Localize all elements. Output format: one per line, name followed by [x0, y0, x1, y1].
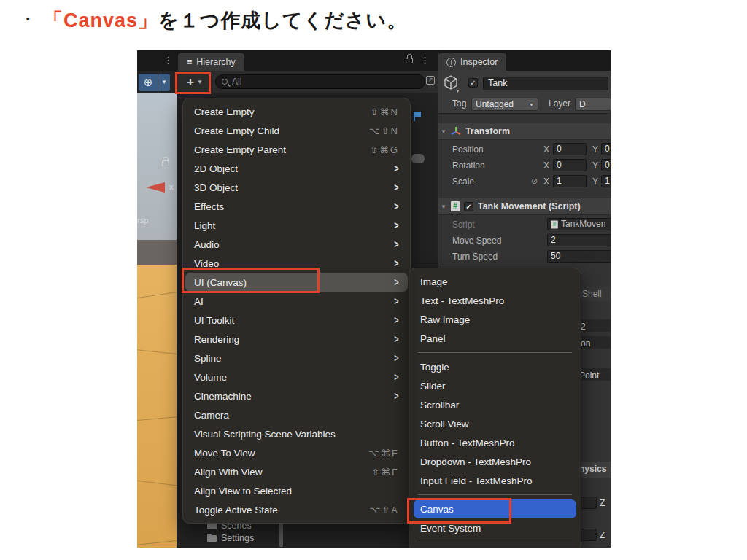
component-checkbox[interactable]: ✓ [464, 202, 473, 211]
menu-item-camera[interactable]: Camera [183, 405, 410, 424]
hierarchy-list-icon: ≡ [187, 57, 192, 67]
scene-gizmo-button[interactable]: ⊕ [139, 74, 158, 91]
value-y-field[interactable]: 0 [601, 143, 611, 155]
menu-item-effects[interactable]: Effects> [183, 197, 410, 216]
menu-item-toggle[interactable]: Toggle [409, 357, 581, 376]
menu-item-label: Effects [194, 201, 394, 212]
menu-item-create-empty-child[interactable]: Create Empty Child⌥⇧N [183, 121, 410, 140]
menu-item-label: AI [194, 296, 394, 307]
transform-axis-icon [451, 126, 461, 136]
chevron-down-icon[interactable]: ▼ [455, 88, 460, 93]
menu-item-volume[interactable]: Volume> [183, 368, 410, 386]
transform-row-position: PositionX0Y0 [438, 143, 611, 158]
script-component-header[interactable]: ▼ # ✓ Tank Movement (Script) [438, 198, 611, 215]
menu-separator [418, 494, 572, 495]
transform-header[interactable]: ▼ Transform [438, 122, 611, 140]
menu-item-create-empty-parent[interactable]: Create Empty Parent⇧⌘G [183, 140, 410, 159]
menu-item-rendering[interactable]: Rendering> [183, 330, 410, 349]
menu-item-spline[interactable]: Spline> [183, 349, 410, 368]
menu-item-align-with-view[interactable]: Align With View⇧⌘F [183, 462, 410, 481]
popout-icon[interactable]: ↗ [426, 76, 435, 85]
menu-item-raw-image[interactable]: Raw Image [409, 310, 581, 329]
transform-row-rotation: RotationX0Y0 [438, 159, 611, 174]
menu-item-3d-object[interactable]: 3D Object> [183, 178, 410, 197]
submenu-arrow-icon: > [394, 219, 398, 232]
axis-x-label: X [543, 144, 549, 155]
value-x-field[interactable]: 0 [553, 143, 587, 155]
menu-item-text-textmeshpro[interactable]: Text - TextMeshPro [409, 291, 581, 310]
menu-item-cinemachine[interactable]: Cinemachine> [183, 386, 410, 405]
scene-view[interactable]: x rsp [137, 93, 177, 548]
menu-item-scrollbar[interactable]: Scrollbar [409, 395, 581, 414]
prop-label: Turn Speed [452, 252, 498, 262]
menu-item-label: Align View to Selected [194, 486, 399, 497]
annotation-rect-add-button [175, 72, 211, 94]
prop-label: Scale [452, 176, 474, 187]
menu-item-2d-object[interactable]: 2D Object> [183, 159, 410, 178]
search-icon [222, 79, 228, 85]
value-y-field[interactable]: 0 [601, 159, 611, 171]
scene-horizon [137, 240, 177, 265]
lock-icon[interactable] [406, 58, 413, 63]
prop-value-field[interactable]: #TankMoven [547, 218, 611, 230]
active-checkbox[interactable]: ✓ [468, 78, 478, 88]
menu-item-ui-toolkit[interactable]: UI Toolkit> [183, 311, 410, 330]
prop-value: TankMoven [561, 219, 605, 230]
folder-icon [207, 535, 217, 542]
menu-item-scroll-view[interactable]: Scroll View [409, 414, 581, 433]
scene-gizmo-dropdown[interactable]: ▼ [158, 74, 170, 91]
more-options-icon[interactable]: ⋮ [163, 55, 173, 66]
menu-item-button-textmeshpro[interactable]: Button - TextMeshPro [409, 433, 581, 452]
menu-item-label: Spline [194, 353, 394, 364]
menu-item-dropdown-textmeshpro[interactable]: Dropdown - TextMeshPro [409, 452, 581, 471]
value-y-field[interactable]: 1 [601, 175, 611, 187]
menu-item-visual-scripting-scene-variables[interactable]: Visual Scripting Scene Variables [183, 424, 410, 443]
tag-dropdown[interactable]: Untagged ▼ [471, 98, 538, 111]
menu-item-align-view-to-selected[interactable]: Align View to Selected [183, 481, 410, 500]
more-options-icon[interactable]: ⋮ [420, 55, 430, 66]
transform-title: Transform [465, 126, 510, 136]
menu-item-create-empty[interactable]: Create Empty⇧⌘N [183, 102, 410, 121]
menu-item-toggle-active-state[interactable]: Toggle Active State⌥⇧A [183, 500, 410, 519]
menu-item-shortcut: ⇧⌘F [371, 467, 399, 478]
move-tool-x-arrow-icon[interactable] [146, 182, 165, 192]
menu-item-slider[interactable]: Slider [409, 376, 581, 395]
submenu-arrow-icon: > [394, 238, 398, 251]
annotation-rect-canvas [407, 498, 511, 524]
value-x-field[interactable]: 1 [553, 175, 587, 187]
menu-item-image[interactable]: Image [409, 272, 581, 291]
menu-item-move-to-view[interactable]: Move To View⌥⌘F [183, 443, 410, 462]
lock-icon [162, 160, 169, 166]
menu-item-label: Dropdown - TextMeshPro [420, 456, 570, 467]
hierarchy-search-input[interactable]: All [215, 74, 425, 89]
prop-label: Script [452, 219, 475, 230]
menu-item-light[interactable]: Light> [183, 216, 410, 235]
object-name-field[interactable]: Tank [483, 77, 608, 90]
link-broken-icon[interactable]: ⊘ [531, 177, 539, 185]
menu-item-shortcut: ⇧⌘G [370, 144, 399, 155]
scrollbar[interactable] [279, 522, 283, 547]
script-row-script: Script#TankMoven [438, 218, 611, 233]
folder-item-settings[interactable]: Settings [207, 533, 254, 543]
layer-dropdown[interactable]: D [575, 98, 611, 111]
layer-value: D [579, 99, 586, 109]
tab-hierarchy[interactable]: ≡ Hierarchy [178, 53, 244, 71]
menu-item-label: Create Empty Parent [194, 144, 370, 155]
menu-item-panel[interactable]: Panel [409, 329, 581, 348]
menu-item-label: Align With View [194, 467, 371, 478]
scrollbar-thumb[interactable] [411, 154, 425, 163]
menu-item-input-field-textmeshpro[interactable]: Input Field - TextMeshPro [409, 471, 581, 490]
menu-item-label: Light [194, 220, 394, 231]
search-placeholder: All [232, 77, 241, 87]
tab-inspector[interactable]: i Inspector [438, 53, 506, 71]
submenu-arrow-icon: > [394, 370, 398, 384]
value-x-field[interactable]: 0 [553, 159, 587, 171]
prop-value-field[interactable]: 50 [547, 250, 611, 262]
persp-label-fragment: rsp [137, 216, 148, 225]
prop-value-field[interactable]: 2 [547, 234, 611, 246]
axis-x-label: X [543, 160, 549, 171]
occluded-text-fragment: Z [600, 530, 605, 540]
menu-item-label: Raw Image [420, 314, 570, 325]
menu-item-ai[interactable]: AI> [183, 292, 410, 311]
menu-item-audio[interactable]: Audio> [183, 235, 410, 254]
